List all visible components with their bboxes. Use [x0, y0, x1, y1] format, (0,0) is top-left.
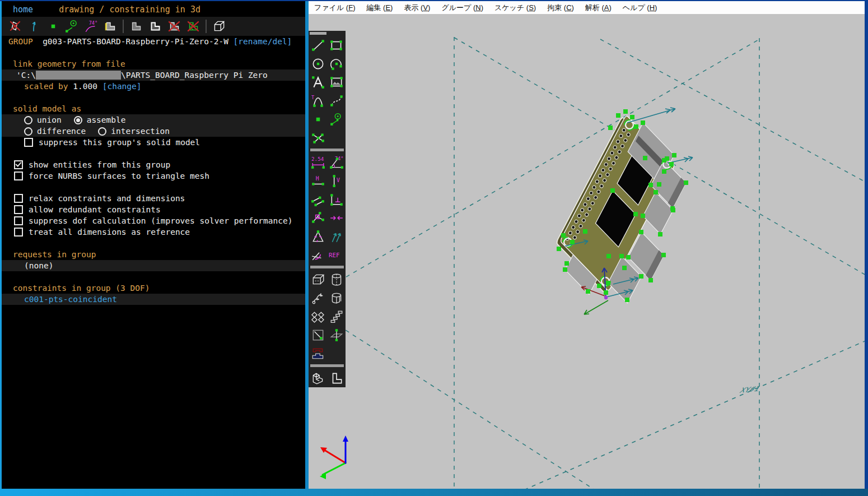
path-prefix: 'C:\ [16, 71, 36, 80]
step-repeat-group-icon[interactable] [310, 345, 326, 362]
point-on-line-constraint-icon[interactable] [310, 210, 326, 226]
link-flat-part-icon[interactable] [328, 370, 345, 387]
checkbox-force-nurbs[interactable] [14, 171, 23, 180]
link-part-icon[interactable] [310, 370, 326, 387]
checkbox-redundant[interactable] [14, 205, 23, 214]
angle-constraint-icon[interactable]: 74° [328, 154, 345, 171]
tab-home[interactable]: home [13, 4, 33, 15]
show-points-icon[interactable] [45, 18, 61, 34]
constraint-item-c001[interactable]: c001-pts-coincident [2, 294, 305, 305]
reference-label[interactable]: treat all dimensions as reference [29, 228, 190, 237]
viewport-canvas[interactable]: XY#1 [309, 14, 865, 489]
helix-group-icon[interactable] [310, 290, 326, 307]
lathe-group-icon[interactable] [328, 271, 345, 288]
linked-file-path-row[interactable]: 'C:\\PARTS_BOARD_Raspberry Pi Zero [2, 69, 305, 81]
perpendicular-constraint-icon[interactable] [328, 191, 345, 208]
split-curves-tool-icon[interactable] [310, 129, 326, 146]
menu-analyze[interactable]: 解析 (A) [580, 1, 617, 14]
extrude-group-icon[interactable] [310, 271, 326, 288]
menu-edit[interactable]: 編集 (E) [361, 1, 398, 14]
step-rotate-group-icon[interactable] [310, 308, 326, 325]
radio-intersection-label[interactable]: intersection [111, 127, 170, 136]
show-entities-label[interactable]: show entities from this group [29, 160, 170, 169]
solid-model-heading: solid model as [2, 103, 305, 114]
reference-dimension-icon[interactable]: REF [328, 247, 345, 263]
construction-tool-icon[interactable] [328, 111, 345, 128]
link-heading: link geometry from file [2, 58, 305, 69]
menu-view[interactable]: 表示 (V) [398, 1, 436, 14]
step-translate-group-icon[interactable] [328, 308, 345, 325]
checkbox-dof[interactable] [14, 216, 23, 225]
hide-workplanes-icon[interactable] [7, 18, 23, 34]
bezier-tool-icon[interactable] [328, 92, 345, 109]
strip-separator [310, 364, 344, 367]
radio-intersection[interactable] [98, 127, 106, 136]
strip-handle[interactable] [310, 32, 326, 35]
show-outlines-icon[interactable] [147, 18, 163, 34]
scale-row: scaled by 1.000 [change] [2, 81, 305, 92]
radio-difference-label[interactable]: difference [37, 127, 86, 136]
radio-union[interactable] [24, 116, 32, 124]
solid-radio-row-1: union assemble [2, 114, 305, 126]
text-tool-icon[interactable] [310, 74, 326, 91]
horizontal-constraint-icon[interactable]: H [310, 173, 326, 189]
dof-label[interactable]: suppress dof calculation (improves solve… [29, 216, 292, 225]
tool-strip: T 2.54 74° H V [309, 31, 346, 387]
show-shaded-icon[interactable] [102, 18, 118, 34]
tangent-constraint-icon[interactable] [310, 247, 326, 263]
radio-assemble-label[interactable]: assemble [87, 115, 126, 124]
svg-text:REF: REF [329, 252, 339, 259]
circle-tool-icon[interactable] [310, 55, 326, 72]
vertical-constraint-icon[interactable]: V [328, 173, 345, 189]
browser-tabbar: home drawing / constraining in 3d [2, 2, 305, 17]
checkbox-suppress-solid[interactable] [24, 138, 33, 147]
force-nurbs-label[interactable]: force NURBS surfaces to triangle mesh [29, 171, 209, 180]
group-header-row: GROUP g003-PARTS-BOARD-Raspberry-Pi-Zero… [2, 36, 305, 47]
menu-help[interactable]: ヘルプ (H) [617, 1, 663, 14]
symmetric-constraint-icon[interactable] [328, 210, 345, 226]
tangent-arc-tool-icon[interactable]: T [310, 92, 326, 109]
sketch-in-workplane-icon[interactable] [310, 327, 326, 344]
hide-triangulation-icon[interactable] [185, 18, 201, 34]
checkbox-show-entities[interactable] [14, 160, 23, 169]
checkbox-reference[interactable] [14, 228, 23, 237]
show-normals-icon[interactable] [26, 18, 42, 34]
relax-label[interactable]: relax constraints and dimensions [29, 194, 185, 203]
viewport-3d[interactable]: XY#1 [309, 14, 865, 489]
scale-change-link[interactable]: [change] [102, 82, 142, 91]
line-tool-icon[interactable] [310, 37, 326, 54]
parallel-constraint-icon[interactable] [310, 191, 326, 208]
radio-difference[interactable] [24, 127, 32, 136]
show-construction-icon[interactable] [64, 18, 80, 34]
origin-point[interactable] [604, 296, 608, 299]
checkbox-relax[interactable] [14, 194, 23, 203]
revolve-group-icon[interactable] [328, 290, 345, 307]
menu-file[interactable]: ファイル (F) [309, 1, 361, 14]
show-edges-icon[interactable] [128, 18, 144, 34]
occluded-lines-icon[interactable] [211, 18, 227, 34]
image-tool-icon[interactable] [328, 74, 345, 91]
plane-label[interactable]: XY#1 [738, 384, 762, 394]
redundant-label[interactable]: allow redundant constraints [29, 205, 161, 214]
same-orientation-constraint-icon[interactable] [328, 228, 345, 245]
sketch-in-3d-icon[interactable] [328, 327, 345, 344]
toolbar-divider [123, 20, 124, 33]
rectangle-tool-icon[interactable] [328, 37, 345, 54]
scale-value: 1.000 [73, 82, 97, 91]
show-constraints-icon[interactable]: 74° [83, 18, 99, 34]
point-tool-icon[interactable] [310, 111, 326, 128]
window-border-top [0, 0, 868, 1]
radio-assemble[interactable] [74, 116, 82, 124]
radio-union-label[interactable]: union [37, 115, 62, 124]
arc-tool-icon[interactable] [328, 55, 345, 72]
pcb-model[interactable] [556, 115, 702, 310]
hide-mesh-icon[interactable] [166, 18, 182, 34]
distance-constraint-icon[interactable]: 2.54 [310, 154, 326, 171]
equal-constraint-icon[interactable] [310, 228, 326, 245]
suppress-solid-label[interactable]: suppress this group's solid model [39, 138, 200, 147]
menu-sketch[interactable]: スケッチ (S) [489, 1, 542, 14]
group-rename-link[interactable]: [rename/del] [234, 37, 292, 46]
panel-divider[interactable] [305, 0, 309, 489]
menu-constrain[interactable]: 拘束 (C) [542, 1, 580, 14]
menu-group[interactable]: グループ (N) [436, 1, 489, 14]
